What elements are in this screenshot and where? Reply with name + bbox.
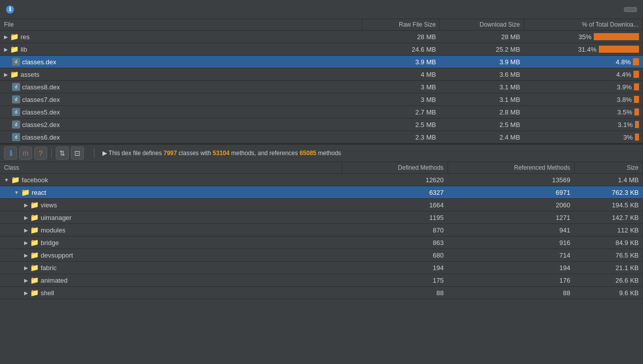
class-name: bridge bbox=[41, 239, 59, 247]
class-name-cell: ▶📁animated bbox=[0, 274, 342, 287]
size-bar bbox=[633, 71, 639, 78]
expand-arrow[interactable]: ▼ bbox=[4, 177, 9, 183]
expand-arrow[interactable]: ▶ bbox=[24, 278, 28, 283]
file-table-row[interactable]: dclasses5.dex2.7 MB2.8 MB3.5% bbox=[0, 106, 643, 118]
size-cell: 84.9 KB bbox=[574, 236, 642, 249]
compare-apk-button[interactable] bbox=[624, 7, 637, 12]
class-table-row[interactable]: ▼📁facebook12620135691.4 MB bbox=[0, 174, 643, 186]
expand-arrow[interactable]: ▶ bbox=[24, 240, 28, 246]
file-icon: d bbox=[12, 133, 20, 141]
class-table-row[interactable]: ▶📁shell88889.6 KB bbox=[0, 287, 643, 299]
expand-arrow[interactable]: ▶ bbox=[4, 47, 8, 52]
file-icon: d bbox=[12, 83, 20, 91]
class-name: facebook bbox=[22, 176, 48, 184]
expand-arrow[interactable]: ▶ bbox=[24, 227, 28, 233]
file-table-row[interactable]: dclasses2.dex2.5 MB2.5 MB3.1% bbox=[0, 118, 643, 131]
expand-toolbar-btn[interactable]: ⇅ bbox=[56, 147, 69, 160]
dl-size-cell: 3.1 MB bbox=[440, 81, 524, 93]
class-table-row[interactable]: ▶📁animated17517626.6 KB bbox=[0, 274, 643, 287]
class-name-cell: ▶📁shell bbox=[0, 287, 342, 299]
expand-arrow[interactable]: ▶ bbox=[24, 253, 28, 258]
file-name-cell: ▶📁lib bbox=[0, 43, 362, 55]
dl-size-cell: 2.4 MB bbox=[440, 131, 524, 144]
pct-cell: 3.1% bbox=[524, 118, 642, 131]
referenced-methods-cell: 88 bbox=[448, 287, 574, 299]
file-table-row[interactable]: dclasses8.dex3 MB3.1 MB3.9% bbox=[0, 81, 643, 93]
file-table-row[interactable]: dclasses.dex3.9 MB3.9 MB4.8% bbox=[0, 56, 643, 68]
raw-size-cell: 4 MB bbox=[362, 68, 440, 81]
file-name-cell: dclasses8.dex bbox=[0, 81, 362, 93]
package-folder-icon: 📁 bbox=[30, 276, 39, 284]
expand-icon: ⇅ bbox=[59, 149, 65, 157]
class-table-row[interactable]: ▶📁views16642060194.5 KB bbox=[0, 199, 643, 211]
file-icon: d bbox=[12, 95, 20, 103]
class-name: animated bbox=[41, 277, 67, 284]
class-name-cell: ▶📁modules bbox=[0, 224, 342, 236]
raw-size-cell: 28 MB bbox=[362, 31, 440, 43]
class-table: Class Defined Methods Referenced Methods… bbox=[0, 162, 643, 299]
package-folder-icon: 📁 bbox=[30, 251, 39, 259]
expand-arrow[interactable]: ▼ bbox=[14, 190, 19, 195]
class-name-cell: ▶📁uimanager bbox=[0, 211, 342, 224]
col-pct: % of Total Downloa... bbox=[524, 19, 642, 31]
file-table-row[interactable]: dclasses6.dex2.3 MB2.4 MB3% bbox=[0, 131, 643, 144]
class-table-row[interactable]: ▶📁modules870941112 KB bbox=[0, 224, 643, 236]
defined-methods-cell: 1664 bbox=[342, 199, 448, 211]
referenced-methods-cell: 714 bbox=[448, 249, 574, 262]
class-table-row[interactable]: ▶📁fabric19419421.1 KB bbox=[0, 262, 643, 274]
col-class: Class bbox=[0, 162, 342, 174]
file-name: classes8.dex bbox=[22, 83, 60, 91]
class-table-row[interactable]: ▶📁uimanager11951271142.7 KB bbox=[0, 211, 643, 224]
file-name: classes5.dex bbox=[22, 108, 60, 116]
referenced-methods-cell: 1271 bbox=[448, 211, 574, 224]
col-size: Size bbox=[574, 162, 642, 174]
file-name: res bbox=[21, 33, 30, 41]
referenced-methods-cell: 6971 bbox=[448, 186, 574, 199]
raw-size-cell: 3.9 MB bbox=[362, 56, 440, 68]
file-name: classes6.dex bbox=[22, 134, 60, 141]
size-bar bbox=[633, 58, 639, 65]
defined-methods-cell: 88 bbox=[342, 287, 448, 299]
dl-size-cell: 2.8 MB bbox=[440, 106, 524, 118]
expand-arrow[interactable]: ▶ bbox=[24, 215, 28, 220]
pct-cell: 4.4% bbox=[524, 68, 642, 81]
class-table-row[interactable]: ▶📁devsupport68071476.5 KB bbox=[0, 249, 643, 262]
file-table-row[interactable]: ▶📁assets4 MB3.6 MB4.4% bbox=[0, 68, 643, 81]
ref-toolbar-btn[interactable]: ? bbox=[34, 147, 47, 160]
expand-arrow[interactable]: ▶ bbox=[4, 34, 8, 40]
class-table-container: Class Defined Methods Referenced Methods… bbox=[0, 162, 643, 364]
size-cell: 142.7 KB bbox=[574, 211, 642, 224]
size-cell: 21.1 KB bbox=[574, 262, 642, 274]
pct-cell: 3.9% bbox=[524, 81, 642, 93]
package-folder-icon: 📁 bbox=[30, 264, 39, 272]
expand-arrow[interactable]: ▶ bbox=[4, 72, 8, 77]
file-table-row[interactable]: dclasses7.dex3 MB3.1 MB3.8% bbox=[0, 93, 643, 106]
referenced-methods-cell: 941 bbox=[448, 224, 574, 236]
file-icon: d bbox=[12, 120, 20, 129]
file-name-cell: dclasses5.dex bbox=[0, 106, 362, 118]
defined-methods-cell: 6327 bbox=[342, 186, 448, 199]
expand-arrow[interactable]: ▶ bbox=[24, 265, 28, 271]
pct-cell: 3% bbox=[524, 131, 642, 144]
raw-size-cell: 2.3 MB bbox=[362, 131, 440, 144]
dl-size-cell: 3.9 MB bbox=[440, 56, 524, 68]
class-table-row[interactable]: ▼📁react63276971762.3 KB bbox=[0, 186, 643, 199]
file-table-row[interactable]: ▶📁res28 MB28 MB35% bbox=[0, 31, 643, 43]
size-bar bbox=[635, 134, 639, 141]
apk-info: ℹ bbox=[6, 6, 17, 14]
class-table-row[interactable]: ▶📁bridge86391684.9 KB bbox=[0, 236, 643, 249]
expand-arrow[interactable]: ▶ bbox=[24, 290, 28, 296]
folder-icon: 📁 bbox=[10, 45, 19, 53]
expand-arrow[interactable]: ▶ bbox=[24, 202, 28, 208]
file-name-cell: dclasses7.dex bbox=[0, 93, 362, 105]
col-raw-size: Raw File Size bbox=[362, 19, 440, 31]
class-name: modules bbox=[41, 226, 65, 234]
pct-cell: 3.5% bbox=[524, 106, 642, 118]
info-toolbar-btn[interactable]: ℹ bbox=[4, 147, 17, 160]
size-bar bbox=[594, 33, 639, 40]
pct-cell: 3.8% bbox=[524, 93, 642, 106]
filter-toolbar-btn[interactable]: ⊡ bbox=[71, 147, 84, 160]
defined-methods-cell: 863 bbox=[342, 236, 448, 249]
method-toolbar-btn[interactable]: m bbox=[19, 147, 32, 160]
file-table-row[interactable]: ▶📁lib24.6 MB25.2 MB31.4% bbox=[0, 43, 643, 56]
